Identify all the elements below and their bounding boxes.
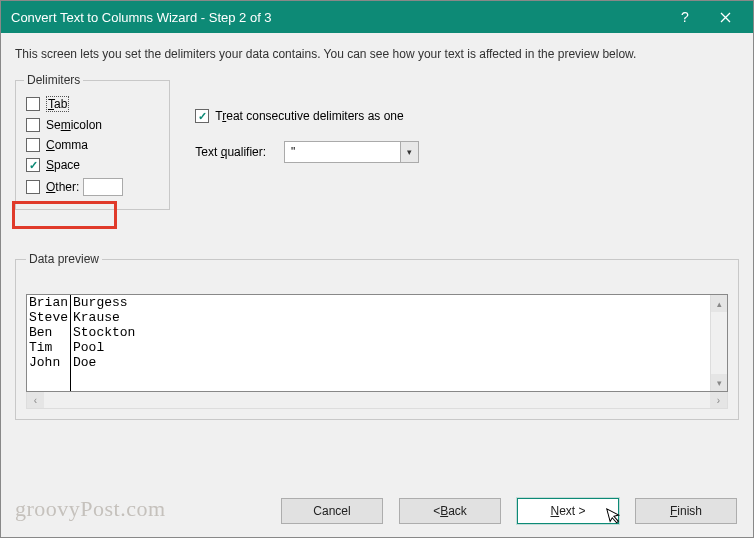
scroll-up-icon[interactable]: ▴ (711, 295, 727, 312)
window-title: Convert Text to Columns Wizard - Step 2 … (11, 10, 665, 25)
delimiter-space-checkbox[interactable] (26, 158, 40, 172)
titlebar: Convert Text to Columns Wizard - Step 2 … (1, 1, 753, 33)
delimiter-comma-row[interactable]: Comma (24, 135, 161, 155)
close-icon (720, 12, 731, 23)
cancel-button[interactable]: Cancel (281, 498, 383, 524)
preview-table: Brian Steve Ben Tim John Burgess Krause … (27, 295, 727, 391)
chevron-down-icon: ▾ (400, 142, 418, 162)
preview-column-2: Burgess Krause Stockton Pool Doe (71, 295, 727, 391)
delimiter-other-label: Other: (46, 180, 79, 194)
delimiter-other-input[interactable] (83, 178, 123, 196)
preview-column-1: Brian Steve Ben Tim John (27, 295, 71, 391)
consecutive-checkbox[interactable] (195, 109, 209, 123)
data-preview-group: Data preview Brian Steve Ben Tim John Bu… (15, 252, 739, 420)
cursor-icon (606, 505, 625, 529)
preview-vertical-scrollbar[interactable]: ▴ ▾ (710, 295, 727, 391)
consecutive-label: Treat consecutive delimiters as one (215, 109, 403, 123)
delimiter-comma-checkbox[interactable] (26, 138, 40, 152)
qualifier-label: Text qualifier: (195, 145, 266, 159)
right-options: Treat consecutive delimiters as one Text… (195, 109, 419, 163)
delimiter-semicolon-row[interactable]: Semicolon (24, 115, 161, 135)
scroll-down-icon[interactable]: ▾ (711, 374, 727, 391)
scroll-left-icon[interactable]: ‹ (27, 392, 44, 408)
delimiters-legend: Delimiters (24, 73, 83, 87)
delimiter-space-label: Space (46, 158, 80, 172)
delimiter-semicolon-label: Semicolon (46, 118, 102, 132)
help-button[interactable]: ? (665, 1, 705, 33)
finish-button[interactable]: Finish (635, 498, 737, 524)
back-button[interactable]: < Back (399, 498, 501, 524)
scroll-right-icon[interactable]: › (710, 392, 727, 408)
delimiters-group: Delimiters Tab Semicolon Comma Space Oth… (15, 73, 170, 210)
delimiter-other-checkbox[interactable] (26, 180, 40, 194)
consecutive-row[interactable]: Treat consecutive delimiters as one (195, 109, 419, 123)
delimiter-other-row[interactable]: Other: (24, 175, 161, 199)
delimiter-comma-label: Comma (46, 138, 88, 152)
watermark: groovyPost.com (15, 496, 166, 522)
delimiter-semicolon-checkbox[interactable] (26, 118, 40, 132)
close-button[interactable] (705, 1, 745, 33)
button-row: Cancel < Back Next > Finish (281, 498, 737, 524)
next-button[interactable]: Next > (517, 498, 619, 524)
data-preview-legend: Data preview (26, 252, 102, 266)
qualifier-value: " (285, 145, 400, 159)
delimiter-space-row[interactable]: Space (24, 155, 161, 175)
qualifier-select[interactable]: " ▾ (284, 141, 419, 163)
delimiter-tab-row[interactable]: Tab (24, 93, 161, 115)
qualifier-row: Text qualifier: " ▾ (195, 141, 419, 163)
delimiter-tab-label: Tab (46, 96, 69, 112)
delimiter-tab-checkbox[interactable] (26, 97, 40, 111)
instruction-text: This screen lets you set the delimiters … (15, 47, 739, 61)
preview-horizontal-scrollbar[interactable]: ‹ › (26, 392, 728, 409)
preview-box: Brian Steve Ben Tim John Burgess Krause … (26, 294, 728, 392)
